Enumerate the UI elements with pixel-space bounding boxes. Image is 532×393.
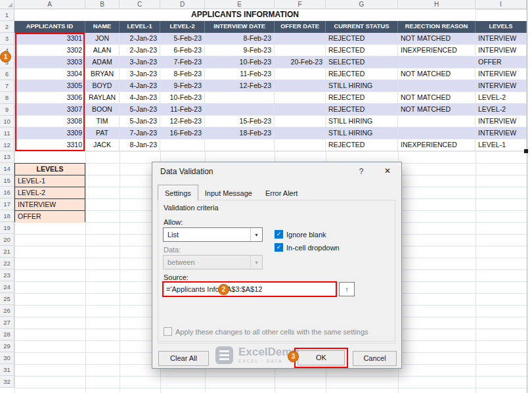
cell-B9[interactable]: BOON [85,104,120,116]
row-header-19[interactable]: 19 [0,222,14,234]
allow-dropdown[interactable]: List ▾ [163,227,263,242]
cell-C11[interactable]: 7-Jan-23 [120,127,160,139]
levels-header-cell[interactable]: LEVELS [15,164,85,175]
cell-I7[interactable]: INTERVIEW [476,80,527,92]
cell-B5[interactable]: ADAM [85,57,120,68]
cell-C6[interactable]: 3-Jan-23 [120,68,160,80]
cell-I5[interactable]: OFFER [476,57,527,68]
row-header-30[interactable]: 30 [0,352,14,364]
cell-H7[interactable] [398,80,476,92]
cell-C10[interactable]: 5-Jan-23 [120,116,160,127]
column-header-C[interactable]: C [120,0,160,9]
levels-item-offer[interactable]: OFFER [15,211,85,223]
tab-error-alert[interactable]: Error Alert [259,186,305,200]
row-header-28[interactable]: 28 [0,329,14,340]
cell-F12[interactable] [275,139,326,151]
cell-E8[interactable] [205,92,275,104]
column-header-G[interactable]: G [326,0,398,9]
fill-handle[interactable] [524,149,528,153]
column-header-D[interactable]: D [160,0,205,9]
header-cell-level-2[interactable]: LEVEL-2 [160,21,205,33]
cell-H5[interactable] [398,57,476,68]
cell-F7[interactable] [275,80,326,92]
row-header-29[interactable]: 29 [0,340,14,352]
row-header-11[interactable]: 11 [0,127,14,139]
cell-H4[interactable]: INEXPERIENCED [398,45,476,57]
select-all-corner[interactable] [0,0,14,9]
cell-F10[interactable] [275,116,326,127]
cell-D5[interactable]: 7-Feb-23 [160,57,205,68]
row-header-22[interactable]: 22 [0,258,14,269]
cell-G6[interactable]: REJECTED [326,68,398,80]
cell-E5[interactable]: 10-Feb-23 [205,57,275,68]
column-header-F[interactable]: F [275,0,326,9]
cell-H12[interactable]: INEXPERIENCED [398,139,476,151]
cell-E11[interactable]: 18-Feb-23 [205,127,275,139]
levels-item-level-2[interactable]: LEVEL-2 [15,187,85,199]
header-cell-rejection-reason[interactable]: REJECTION REASON [398,21,476,33]
cell-D11[interactable]: 16-Feb-23 [160,127,205,139]
column-header-A[interactable]: A [14,0,85,9]
header-cell-offer-date[interactable]: OFFER DATE [275,21,326,33]
cell-E6[interactable]: 11-Feb-23 [205,68,275,80]
cell-B12[interactable]: JACK [85,139,120,151]
row-header-14[interactable]: 14 [0,163,14,175]
cell-title[interactable]: APPLICANTS INFORMATION [14,9,476,21]
header-cell-levels[interactable]: LEVELS [476,21,527,33]
cell-G4[interactable]: REJECTED [326,45,398,57]
cell-H8[interactable]: NOT MATCHED [398,92,476,104]
cell-H10[interactable] [398,116,476,127]
cell-G7[interactable]: STILL HIRING [326,80,398,92]
apply-changes-checkbox[interactable]: Apply these changes to all other cells w… [164,327,368,336]
row-header-25[interactable]: 25 [0,293,14,305]
row-header-24[interactable]: 24 [0,281,14,293]
row-header-3[interactable]: 3 [0,33,14,45]
cell-D8[interactable]: 10-Feb-23 [160,92,205,104]
tab-input-message[interactable]: Input Message [198,186,259,200]
cell-E10[interactable]: 15-Feb-23 [205,116,275,127]
cell-I9[interactable]: LEVEL-2 [476,104,527,116]
cell-F6[interactable] [275,68,326,80]
cell-G11[interactable]: STILL HIRING [326,127,398,139]
row-header-12[interactable]: 12 [0,139,14,151]
cell-G12[interactable]: REJECTED [326,139,398,151]
cell-H11[interactable] [398,127,476,139]
cell-C12[interactable]: 8-Jan-23 [120,139,160,151]
row-header-27[interactable]: 27 [0,317,14,329]
column-header-H[interactable]: H [398,0,476,9]
tab-settings[interactable]: Settings [158,185,198,200]
levels-item-interview[interactable]: INTERVIEW [15,199,85,211]
row-header-6[interactable]: 6 [0,68,14,80]
column-header-I[interactable]: I [476,0,527,9]
column-header-B[interactable]: B [85,0,120,9]
cell-F11[interactable] [275,127,326,139]
cell-E9[interactable] [205,104,275,116]
cell-D4[interactable]: 6-Feb-23 [160,45,205,57]
row-header-31[interactable]: 31 [0,364,14,376]
cell-I3[interactable]: INTERVIEW [476,33,527,45]
row-header-1[interactable]: 1 [0,9,14,21]
cell-C3[interactable]: 2-Jan-23 [120,33,160,45]
cell-B8[interactable]: RAYLAN [85,92,120,104]
ignore-blank-checkbox[interactable]: ✓ Ignore blank [275,230,326,239]
collapse-dialog-button[interactable]: ↑ [339,282,355,296]
row-header-20[interactable]: 20 [0,234,14,246]
levels-item-level-1[interactable]: LEVEL-1 [15,175,85,187]
cell-B4[interactable]: ALAN [85,45,120,57]
row-header-15[interactable]: 15 [0,175,14,187]
cell-C5[interactable]: 3-Jan-23 [120,57,160,68]
cell-I6[interactable]: INTERVIEW [476,68,527,80]
cell-G5[interactable]: SELECTED [326,57,398,68]
cell-D6[interactable]: 8-Feb-23 [160,68,205,80]
cell-C9[interactable]: 5-Jan-23 [120,104,160,116]
column-header-E[interactable]: E [205,0,275,9]
row-header-9[interactable]: 9 [0,104,14,116]
cell-G3[interactable]: REJECTED [326,33,398,45]
cell-G8[interactable]: REJECTED [326,92,398,104]
cell-I12[interactable]: LEVEL-1 [476,139,527,151]
cell-C8[interactable]: 4-Jan-23 [120,92,160,104]
cell-B10[interactable]: TIM [85,116,120,127]
row-header-21[interactable]: 21 [0,246,14,258]
cell-C7[interactable]: 4-Jan-23 [120,80,160,92]
row-header-18[interactable]: 18 [0,210,14,222]
